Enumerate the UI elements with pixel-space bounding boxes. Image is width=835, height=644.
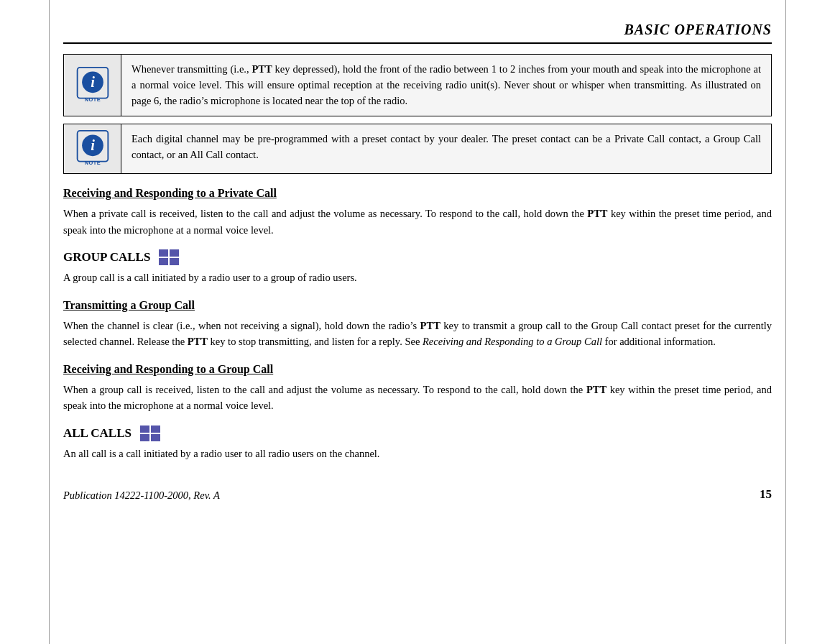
transmitting-group-body: When the channel is clear (i.e., when no…	[63, 318, 772, 350]
private-call-body: When a private call is received, listen …	[63, 206, 772, 238]
receiving-group-body: When a group call is received, listen to…	[63, 382, 772, 414]
svg-text:i: i	[91, 73, 95, 89]
receiving-group-heading: Receiving and Responding to a Group Call	[63, 363, 772, 376]
note-icon-cell-1: i NOTE	[64, 55, 121, 116]
all-calls-heading: ALL CALLS	[63, 426, 772, 441]
publication-info: Publication 14222-1100-2000, Rev. A	[63, 489, 220, 502]
group-calls-body: A group call is a call initiated by a ra…	[63, 270, 772, 285]
page-number: 15	[760, 487, 772, 502]
svg-text:i: i	[91, 137, 95, 153]
page-footer: Publication 14222-1100-2000, Rev. A 15	[63, 483, 772, 502]
group-calls-heading: GROUP CALLS	[63, 249, 772, 265]
page-title: BASIC OPERATIONS	[624, 22, 772, 38]
private-call-heading: Receiving and Responding to a Private Ca…	[63, 187, 772, 200]
note-icon-cell-2: i NOTE	[64, 124, 121, 173]
all-calls-body: An all call is a call initiated by a rad…	[63, 446, 772, 461]
svg-text:NOTE: NOTE	[84, 160, 100, 167]
all-calls-icon	[140, 426, 160, 441]
main-content: BASIC OPERATIONS i NOTE Whenever transmi…	[63, 0, 772, 502]
margin-right	[785, 0, 786, 644]
note-text-2: Each digital channel may be pre-programm…	[121, 124, 771, 173]
group-calls-icon	[159, 249, 179, 265]
note-icon-1: i NOTE	[75, 67, 110, 104]
transmitting-group-heading: Transmitting a Group Call	[63, 299, 772, 312]
note-box-2: i NOTE Each digital channel may be pre-p…	[63, 124, 772, 174]
note-box-1: i NOTE Whenever transmitting (i.e., PTT …	[63, 54, 772, 116]
margin-left	[49, 0, 50, 644]
svg-text:NOTE: NOTE	[84, 96, 100, 103]
page-header: BASIC OPERATIONS	[63, 22, 772, 44]
note-icon-2: i NOTE	[75, 130, 110, 167]
note-text-1: Whenever transmitting (i.e., PTT key dep…	[121, 55, 771, 116]
page-container: BASIC OPERATIONS i NOTE Whenever transmi…	[0, 0, 835, 644]
